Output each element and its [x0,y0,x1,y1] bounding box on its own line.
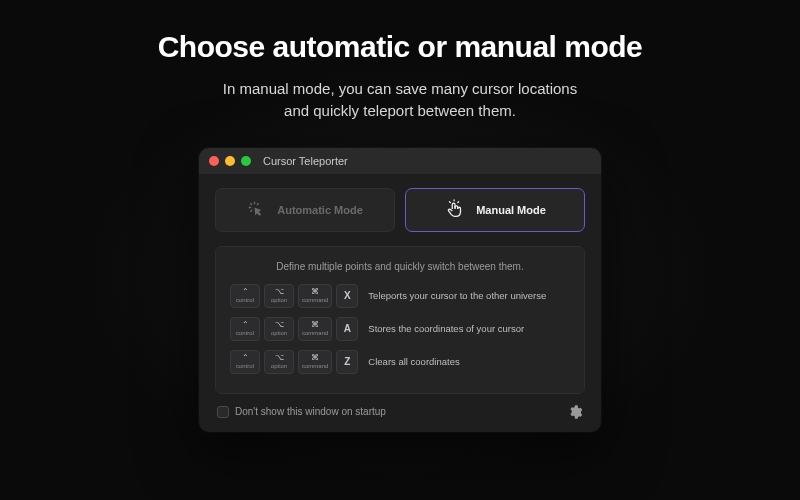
key-combo: ⌃control ⌥option ⌘command A [230,317,358,341]
tab-label: Manual Mode [476,204,546,216]
page-headline: Choose automatic or manual mode [158,30,643,64]
tab-automatic[interactable]: Automatic Mode [215,188,395,232]
key-option: ⌥option [264,350,294,374]
svg-line-3 [257,203,259,205]
window-footer: Don't show this window on startup [215,404,585,422]
key-command: ⌘command [298,350,332,374]
svg-line-4 [251,210,253,212]
shortcuts-card: Define multiple points and quickly switc… [215,246,585,394]
card-heading: Define multiple points and quickly switc… [230,261,570,272]
key-control: ⌃control [230,284,260,308]
gear-icon[interactable] [567,404,583,420]
shortcut-desc: Stores the coordinates of your cursor [368,323,524,334]
subhead-line: and quickly teleport between them. [284,102,516,119]
key-letter: Z [336,350,358,374]
key-letter: X [336,284,358,308]
key-control: ⌃control [230,350,260,374]
key-control: ⌃control [230,317,260,341]
shortcut-row: ⌃control ⌥option ⌘command X Teleports yo… [230,284,570,308]
key-option: ⌥option [264,284,294,308]
window-body: Automatic Mode Manual Mode Define multip… [199,174,601,432]
app-window: Cursor Teleporter Automatic Mode [199,148,601,432]
subhead-line: In manual mode, you can save many cursor… [223,80,577,97]
key-combo: ⌃control ⌥option ⌘command X [230,284,358,308]
page-subhead: In manual mode, you can save many cursor… [223,78,577,122]
close-icon[interactable] [209,156,219,166]
cursor-click-icon [247,200,267,220]
key-combo: ⌃control ⌥option ⌘command Z [230,350,358,374]
window-title: Cursor Teleporter [263,155,348,167]
key-command: ⌘command [298,317,332,341]
key-option: ⌥option [264,317,294,341]
shortcut-desc: Teleports your cursor to the other unive… [368,290,546,301]
zoom-icon[interactable] [241,156,251,166]
mode-tabs: Automatic Mode Manual Mode [215,188,585,232]
titlebar: Cursor Teleporter [199,148,601,174]
checkbox-icon [217,406,229,418]
tab-label: Automatic Mode [277,204,363,216]
shortcut-row: ⌃control ⌥option ⌘command Z Clears all c… [230,350,570,374]
shortcut-row: ⌃control ⌥option ⌘command A Stores the c… [230,317,570,341]
key-command: ⌘command [298,284,332,308]
key-letter: A [336,317,358,341]
svg-line-2 [251,203,253,205]
checkbox-label: Don't show this window on startup [235,406,386,417]
startup-checkbox[interactable]: Don't show this window on startup [217,406,386,418]
minimize-icon[interactable] [225,156,235,166]
hand-tap-icon [444,199,466,221]
shortcut-desc: Clears all coordinates [368,356,459,367]
tab-manual[interactable]: Manual Mode [405,188,585,232]
